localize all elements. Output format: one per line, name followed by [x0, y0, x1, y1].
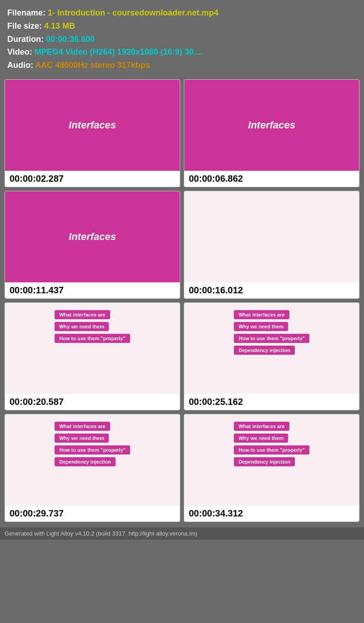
- bullet-item-7-2: How to use them "properly": [55, 445, 130, 454]
- thumb-image-8: What interfaces areWhy we need themHow t…: [184, 414, 359, 506]
- filename-row: Filename: 1- Introduction - coursedownlo…: [7, 6, 357, 20]
- footer-text: Generated with Light Alloy v4.10.2 (buil…: [5, 530, 197, 537]
- thumb-timestamp-4: 00:00:16.012: [184, 282, 359, 298]
- slide-title-3: Interfaces: [69, 231, 116, 243]
- bullet-list-5: What interfaces areWhy we need themHow t…: [47, 303, 137, 350]
- thumb-card-7: What interfaces areWhy we need themHow t…: [5, 414, 180, 522]
- bullet-item-5-2: How to use them "properly": [55, 334, 130, 343]
- thumb-image-7: What interfaces areWhy we need themHow t…: [5, 414, 180, 506]
- thumb-timestamp-7: 00:00:29.737: [5, 506, 180, 521]
- bullet-list-7: What interfaces areWhy we need themHow t…: [47, 414, 137, 474]
- filesize-label: File size:: [7, 21, 42, 31]
- thumb-timestamp-6: 00:00:25.162: [184, 394, 359, 410]
- bullet-item-6-2: How to use them "properly": [234, 334, 309, 343]
- thumb-card-3: Interfaces00:00:11.437: [5, 191, 180, 299]
- duration-label: Duration:: [7, 35, 44, 44]
- thumb-timestamp-3: 00:00:11.437: [5, 282, 180, 298]
- thumb-card-1: Interfaces00:00:02.287: [5, 79, 180, 187]
- thumb-image-1: Interfaces: [5, 80, 180, 171]
- bullet-item-8-3: Dependency injection: [234, 457, 295, 466]
- bullet-item-8-1: Why we need them: [234, 434, 288, 443]
- thumb-card-2: Interfaces00:00:06.862: [184, 79, 359, 187]
- thumb-timestamp-1: 00:00:02.287: [5, 171, 180, 187]
- filesize-value: 4.13 MB: [44, 21, 75, 31]
- thumb-card-8: What interfaces areWhy we need themHow t…: [184, 414, 359, 522]
- bullet-item-8-0: What interfaces are: [234, 422, 289, 431]
- thumb-card-5: What interfaces areWhy we need themHow t…: [5, 302, 180, 410]
- bullet-item-6-0: What interfaces are: [234, 310, 289, 319]
- video-value: MPEG4 Video (H264) 1920x1080 (16:9) 30..…: [35, 47, 203, 56]
- footer: Generated with Light Alloy v4.10.2 (buil…: [0, 527, 364, 540]
- thumb-timestamp-2: 00:00:06.862: [184, 171, 359, 187]
- thumbnails-grid: Interfaces00:00:02.287Interfaces00:00:06…: [0, 77, 364, 526]
- file-info-panel: Filename: 1- Introduction - coursedownlo…: [0, 0, 364, 77]
- thumb-image-5: What interfaces areWhy we need themHow t…: [5, 303, 180, 394]
- audio-label: Audio:: [7, 61, 33, 70]
- thumb-timestamp-5: 00:00:20.587: [5, 394, 180, 410]
- duration-row: Duration: 00:00:36.600: [7, 33, 357, 46]
- thumb-card-4: 00:00:16.012: [184, 191, 359, 299]
- bullet-list-6: What interfaces areWhy we need themHow t…: [227, 303, 317, 362]
- slide-title-2: Interfaces: [248, 119, 295, 131]
- bullet-item-5-1: Why we need them: [55, 322, 109, 331]
- thumb-image-3: Interfaces: [5, 191, 180, 282]
- duration-value: 00:00:36.600: [46, 35, 95, 44]
- bullet-item-6-1: Why we need them: [234, 322, 288, 331]
- filename-value: 1- Introduction - coursedownloader.net.m…: [48, 8, 218, 17]
- thumb-card-6: What interfaces areWhy we need themHow t…: [184, 302, 359, 410]
- slide-title-1: Interfaces: [69, 119, 116, 131]
- video-row: Video: MPEG4 Video (H264) 1920x1080 (16:…: [7, 46, 357, 59]
- video-label: Video:: [7, 47, 32, 56]
- bullet-item-7-1: Why we need them: [55, 434, 109, 443]
- thumb-image-6: What interfaces areWhy we need themHow t…: [184, 303, 359, 394]
- bullet-item-7-3: Dependency injection: [55, 457, 116, 466]
- thumb-image-2: Interfaces: [184, 80, 359, 171]
- bullet-item-8-2: How to use them "properly": [234, 445, 309, 454]
- filesize-row: File size: 4.13 MB: [7, 20, 357, 33]
- filename-label: Filename:: [7, 8, 46, 17]
- bullet-item-7-0: What interfaces are: [55, 422, 110, 431]
- bullet-item-5-0: What interfaces are: [55, 310, 110, 319]
- thumb-image-4: [184, 191, 359, 282]
- audio-row: Audio: AAC 48000Hz stereo 317kbps: [7, 59, 357, 72]
- bullet-item-6-3: Dependency injection: [234, 346, 295, 355]
- thumb-timestamp-8: 00:00:34.312: [184, 506, 359, 521]
- audio-value: AAC 48000Hz stereo 317kbps: [35, 61, 150, 70]
- bullet-list-8: What interfaces areWhy we need themHow t…: [227, 414, 317, 474]
